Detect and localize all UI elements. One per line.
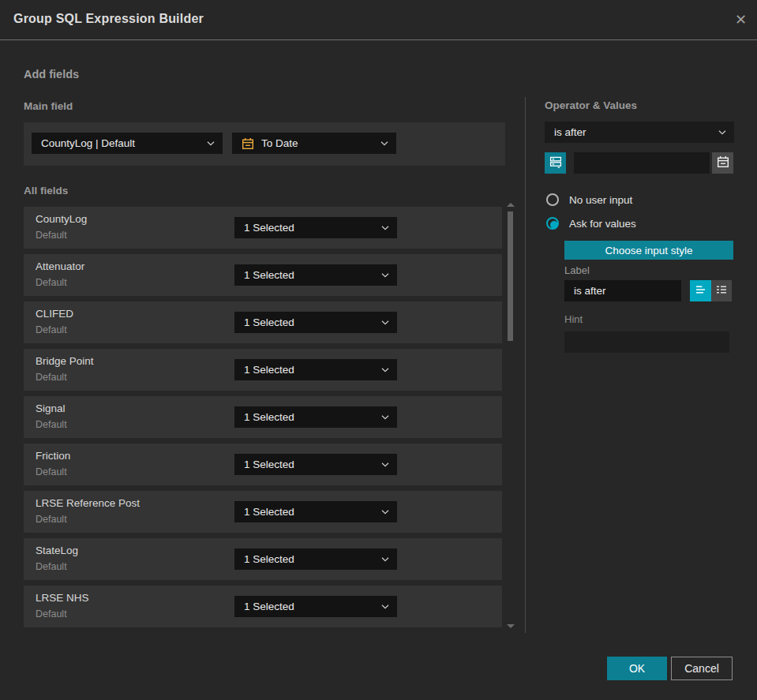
field-name: LRSE Reference Post	[36, 497, 140, 509]
field-name: StateLog	[36, 545, 78, 556]
calendar-icon	[717, 155, 729, 171]
field-selection-dropdown[interactable]: 1 Selected	[234, 359, 397, 380]
field-row: Friction Default 1 Selected	[24, 444, 502, 485]
field-name: LRSE NHS	[36, 592, 89, 604]
radio-label: No user input	[569, 194, 632, 206]
chevron-down-icon	[381, 415, 389, 420]
chevron-down-icon	[207, 141, 215, 146]
field-row: StateLog Default 1 Selected	[24, 538, 502, 580]
value-input[interactable]	[574, 152, 710, 174]
field-name: Signal	[36, 402, 66, 414]
field-type: Default	[36, 514, 67, 525]
field-selection-value: 1 Selected	[244, 459, 375, 470]
close-icon[interactable]: ✕	[735, 11, 747, 28]
field-type: Default	[36, 324, 67, 335]
field-name: CLIFED	[36, 308, 73, 320]
all-fields-list: CountyLog Default 1 Selected Attenuator …	[24, 207, 502, 627]
calendar-icon	[242, 137, 254, 150]
field-values-button[interactable]	[545, 152, 566, 174]
main-field-heading: Main field	[24, 100, 73, 112]
field-selection-value: 1 Selected	[244, 364, 375, 376]
field-name: Friction	[36, 450, 70, 462]
chevron-down-icon	[381, 368, 389, 372]
field-row: Attenuator Default 1 Selected	[24, 254, 502, 296]
field-selection-value: 1 Selected	[244, 316, 375, 328]
field-name: Attenuator	[36, 260, 84, 272]
field-row: Bridge Point Default 1 Selected	[24, 349, 502, 391]
radio-label: Ask for values	[569, 218, 636, 230]
scrollbar-thumb[interactable]	[508, 211, 513, 341]
field-type: Default	[36, 277, 67, 288]
all-fields-heading: All fields	[24, 185, 68, 197]
field-name: Bridge Point	[36, 355, 94, 367]
hint-input[interactable]	[564, 331, 729, 353]
operator-dropdown-value: is after	[554, 126, 712, 138]
field-row: LRSE NHS Default 1 Selected	[24, 586, 502, 627]
scrollbar-up-arrow[interactable]	[507, 203, 515, 207]
field-selection-value: 1 Selected	[244, 601, 375, 612]
chevron-down-icon	[381, 557, 389, 562]
vertical-divider	[525, 97, 526, 633]
radio-ask-for-values[interactable]: Ask for values	[546, 217, 636, 230]
label-caption: Label	[564, 264, 590, 276]
field-type: Default	[36, 372, 67, 383]
chevron-down-icon	[381, 605, 389, 609]
operator-values-heading: Operator & Values	[545, 99, 637, 111]
input-style-list-toggle[interactable]	[711, 280, 732, 301]
field-type: Default	[36, 608, 67, 620]
ok-button[interactable]: OK	[607, 657, 667, 680]
operator-dropdown[interactable]: is after	[545, 122, 734, 143]
field-selection-value: 1 Selected	[244, 506, 375, 518]
main-field-dropdown[interactable]: CountyLog | Default	[32, 133, 223, 154]
field-name: CountyLog	[36, 213, 87, 225]
list-icon	[715, 283, 728, 299]
field-row: CountyLog Default 1 Selected	[24, 207, 502, 249]
chevron-down-icon	[381, 320, 389, 325]
field-selection-dropdown[interactable]: 1 Selected	[234, 501, 397, 522]
field-selection-value: 1 Selected	[244, 222, 375, 234]
field-selection-dropdown[interactable]: 1 Selected	[234, 312, 397, 333]
field-row: Signal Default 1 Selected	[24, 396, 502, 438]
chevron-down-icon	[381, 226, 389, 230]
field-selection-dropdown[interactable]: 1 Selected	[234, 548, 397, 570]
hint-caption: Hint	[564, 313, 583, 325]
chevron-down-icon	[381, 510, 389, 515]
field-values-icon	[549, 155, 562, 171]
field-type: Default	[36, 466, 67, 477]
date-picker-button[interactable]	[712, 152, 733, 174]
label-input[interactable]	[564, 280, 681, 301]
field-selection-dropdown[interactable]: 1 Selected	[234, 264, 397, 286]
chevron-down-icon	[718, 130, 726, 135]
input-style-text-toggle[interactable]	[690, 280, 711, 301]
add-fields-heading: Add fields	[24, 68, 79, 80]
radio-circle	[546, 217, 559, 230]
field-type: Default	[36, 561, 67, 572]
field-selection-dropdown[interactable]: 1 Selected	[234, 596, 397, 617]
field-row: LRSE Reference Post Default 1 Selected	[24, 491, 502, 533]
date-type-dropdown-value: To Date	[261, 137, 374, 149]
radio-circle	[546, 193, 559, 206]
field-type: Default	[36, 230, 67, 241]
scrollbar-down-arrow[interactable]	[507, 624, 515, 628]
field-selection-dropdown[interactable]: 1 Selected	[234, 454, 397, 475]
chevron-down-icon	[380, 141, 388, 146]
title-bar: Group SQL Expression Builder ✕	[0, 0, 757, 40]
chevron-down-icon	[381, 273, 389, 278]
radio-no-user-input[interactable]: No user input	[546, 193, 632, 206]
dialog-title: Group SQL Expression Builder	[13, 12, 204, 26]
main-field-dropdown-value: CountyLog | Default	[41, 137, 200, 149]
field-selection-dropdown[interactable]: 1 Selected	[234, 406, 397, 428]
chevron-down-icon	[381, 462, 389, 467]
choose-input-style-button[interactable]: Choose input style	[564, 241, 733, 260]
align-left-icon	[695, 283, 707, 299]
cancel-button[interactable]: Cancel	[671, 657, 733, 680]
field-selection-value: 1 Selected	[244, 269, 375, 281]
field-selection-value: 1 Selected	[244, 411, 375, 423]
field-selection-dropdown[interactable]: 1 Selected	[234, 217, 397, 238]
field-selection-value: 1 Selected	[244, 553, 375, 565]
field-row: CLIFED Default 1 Selected	[24, 301, 502, 343]
group-sql-expression-builder-dialog: Group SQL Expression Builder ✕ Add field…	[0, 0, 757, 700]
date-type-dropdown[interactable]: To Date	[232, 133, 396, 154]
field-type: Default	[36, 419, 67, 430]
